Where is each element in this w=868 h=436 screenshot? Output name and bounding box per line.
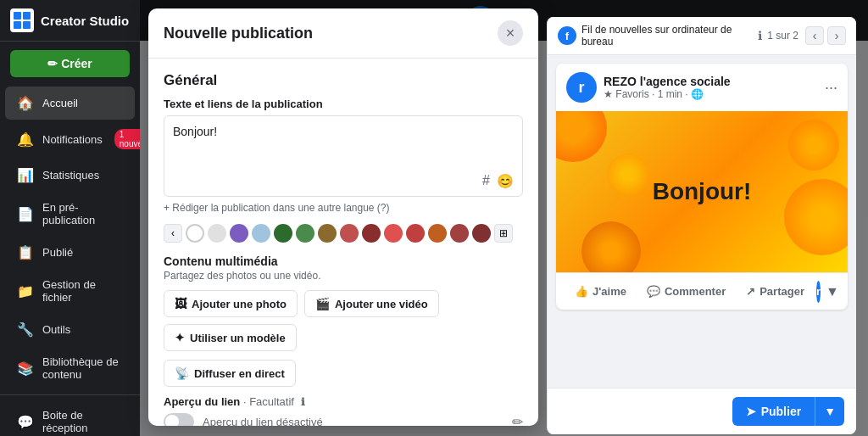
card-actions: 👍 J'aime 💬 Commenter ↗ Partager r ▼ [556, 272, 848, 310]
color-swatch-orange-red[interactable] [384, 224, 403, 243]
preview-platform-label: Fil de nouvelles sur ordinateur de burea… [581, 24, 753, 48]
photo-icon: 🖼 [175, 297, 186, 310]
color-swatch-red-light[interactable] [340, 224, 359, 243]
live-buttons: 📡 Diffuser en direct [164, 360, 523, 387]
preview-prev-button[interactable]: ‹ [805, 26, 824, 45]
share-icon: ↗ [746, 285, 755, 298]
publish-bar: ➤ Publier ▼ [548, 388, 856, 434]
link-preview-info-icon: ℹ [301, 396, 305, 408]
app-logo [10, 8, 34, 32]
sidebar: Creator Studio ✏ Créer 🏠 Accueil 🔔 Notif… [0, 0, 140, 436]
publish-button[interactable]: ➤ Publier [732, 397, 815, 426]
link-preview-toggle-row: Aperçu du lien désactivé ✏ [164, 413, 523, 426]
main-area: f 📸 Nouvelle publication × Général Texte… [140, 0, 868, 436]
preview-page-count: 1 sur 2 [767, 30, 798, 42]
link-preview-edit-button[interactable]: ✏ [512, 414, 523, 427]
text-area-wrapper: Bonjour! # 😊 [164, 115, 523, 197]
tools-icon: 🔧 [17, 321, 34, 338]
card-meta: ★ Favoris · 1 min · 🌐 [604, 88, 731, 100]
page-name: REZO l'agence sociale [604, 75, 731, 88]
sidebar-nav: 🏠 Accueil 🔔 Notifications 1 nouvelles 📊 … [0, 86, 140, 436]
color-swatch-red[interactable] [406, 224, 425, 243]
orange-decoration-1 [556, 111, 607, 162]
preview-facebook-icon: f [558, 26, 576, 45]
sidebar-item-label: Outils [42, 323, 70, 336]
emoji-icon[interactable]: 😊 [497, 173, 514, 189]
publish-dropdown-button[interactable]: ▼ [815, 397, 844, 426]
orange-decoration-4 [784, 179, 848, 255]
modal-close-button[interactable]: × [498, 20, 523, 46]
preview-info-icon: ℹ [758, 29, 762, 42]
preview-post-card: r REZO l'agence sociale ★ Favoris · 1 mi… [556, 64, 848, 310]
sidebar-item-outils[interactable]: 🔧 Outils [5, 313, 135, 346]
live-button[interactable]: 📡 Diffuser en direct [164, 360, 296, 387]
sidebar-item-pre-publication[interactable]: 📄 En pré-publication [5, 193, 135, 235]
hashtag-icon[interactable]: # [482, 173, 490, 189]
modal-title: Nouvelle publication [164, 25, 313, 42]
color-swatch-light[interactable] [208, 224, 226, 243]
send-icon: ➤ [746, 405, 756, 418]
post-text-input[interactable]: Bonjour! [173, 125, 514, 184]
card-info: REZO l'agence sociale ★ Favoris · 1 min … [604, 75, 731, 100]
sidebar-header: Creator Studio [0, 0, 140, 42]
link-preview-toggle[interactable] [164, 413, 194, 426]
comment-button[interactable]: 💬 Commenter [638, 280, 734, 303]
create-button[interactable]: ✏ Créer [10, 50, 130, 77]
link-preview-label: Aperçu du lien · Facultatif ℹ [164, 395, 523, 408]
add-photo-button[interactable]: 🖼 Ajouter une photo [164, 290, 298, 317]
modal-header: Nouvelle publication × [148, 8, 538, 59]
add-video-button[interactable]: 🎬 Ajouter une vidéo [304, 290, 439, 317]
color-nav-prev[interactable]: ‹ [164, 224, 182, 243]
modal-overlay: Nouvelle publication × Général Texte et … [140, 0, 868, 436]
color-swatch-white[interactable] [186, 224, 204, 243]
color-swatch-dark-red[interactable] [362, 224, 381, 243]
color-swatch-dark-green[interactable] [274, 224, 292, 243]
preview-page-nav: 1 sur 2 ‹ › [767, 26, 846, 45]
post-image-text: Bonjour! [653, 178, 752, 205]
sidebar-item-gestion-fichier[interactable]: 📁 Gestion de fichier [5, 270, 135, 312]
published-icon: 📋 [17, 244, 34, 260]
sidebar-item-bibliotheque[interactable]: 📚 Bibliothèque de contenu [5, 347, 135, 389]
folder-icon: 📁 [17, 283, 34, 299]
color-swatch-green[interactable] [296, 224, 314, 243]
sidebar-item-label: Statistiques [42, 169, 99, 182]
page-profile-button[interactable]: r [816, 281, 821, 303]
library-icon: 📚 [17, 361, 34, 377]
bell-icon: 🔔 [17, 131, 34, 148]
sidebar-item-label: Notifications [42, 133, 103, 146]
text-field-label: Texte et liens de la publication [164, 98, 523, 110]
link-preview-toggle-label: Aperçu du lien désactivé [203, 416, 323, 427]
text-area-icons: # 😊 [482, 173, 514, 189]
color-swatch-blue-light[interactable] [252, 224, 270, 243]
sidebar-item-publie[interactable]: 📋 Publié [5, 236, 135, 269]
preview-next-button[interactable]: › [827, 26, 846, 45]
comment-icon: 💬 [647, 285, 660, 298]
use-template-button[interactable]: ✦ Utiliser un modèle [164, 324, 297, 351]
sidebar-item-label: Bibliothèque de contenu [42, 355, 123, 381]
nav-separator [0, 394, 140, 395]
live-icon: 📡 [175, 366, 189, 380]
sidebar-item-label: En pré-publication [42, 201, 123, 226]
media-section-subtitle: Partagez des photos ou une vidéo. [164, 270, 523, 282]
sidebar-item-boite-reception[interactable]: 💬 Boite de réception [5, 400, 135, 436]
orange-decoration-2 [788, 120, 839, 170]
color-swatch-purple[interactable] [230, 224, 248, 243]
color-swatch-orange[interactable] [428, 224, 447, 243]
color-swatch-olive[interactable] [318, 224, 337, 243]
grid-view-button[interactable]: ⊞ [494, 224, 513, 243]
share-button[interactable]: ↗ Partager [737, 280, 813, 303]
orange-decoration-5 [607, 154, 649, 196]
sidebar-item-accueil[interactable]: 🏠 Accueil [5, 87, 135, 120]
card-more-button[interactable]: ··· [825, 79, 837, 97]
preview-panel: f Fil de nouvelles sur ordinateur de bur… [547, 17, 856, 434]
actions-dropdown-icon[interactable]: ▼ [826, 284, 839, 299]
preview-topbar: f Fil de nouvelles sur ordinateur de bur… [548, 17, 856, 55]
like-button[interactable]: 👍 J'aime [566, 280, 635, 303]
sidebar-item-statistiques[interactable]: 📊 Statistiques [5, 159, 135, 192]
translate-link[interactable]: + Rédiger la publication dans une autre … [164, 202, 523, 214]
color-swatch-maroon[interactable] [450, 224, 469, 243]
home-icon: 🏠 [17, 95, 34, 111]
color-swatch-brown[interactable] [472, 224, 491, 243]
section-general-title: Général [164, 72, 523, 89]
sidebar-item-notifications[interactable]: 🔔 Notifications 1 nouvelles [5, 120, 135, 158]
